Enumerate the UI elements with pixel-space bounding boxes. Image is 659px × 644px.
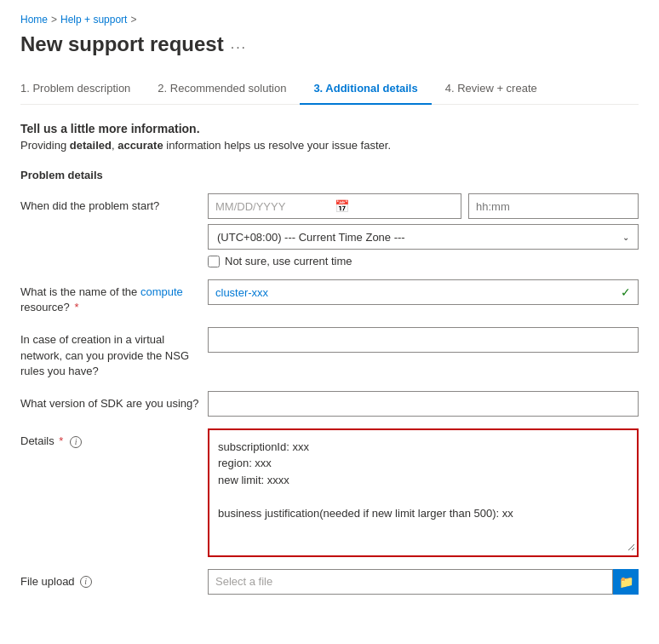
compute-resource-row: What is the name of the compute resource… <box>20 279 639 315</box>
date-time-row: MM/DD/YYYY 📅 <box>208 193 639 219</box>
more-options-button[interactable]: ... <box>231 37 247 52</box>
timezone-value: (UTC+08:00) --- Current Time Zone --- <box>217 231 405 244</box>
breadcrumb: Home > Help + support > <box>20 14 639 26</box>
file-upload-controls: Select a file 📁 <box>208 569 639 595</box>
compute-select[interactable]: cluster-xxx ✓ <box>208 279 639 305</box>
section-subtext: Providing detailed, accurate information… <box>20 139 639 152</box>
nsg-row: In case of creation in a virtual network… <box>20 327 639 379</box>
file-input-box[interactable]: Select a file <box>208 569 613 595</box>
breadcrumb-home[interactable]: Home <box>20 14 48 26</box>
chevron-down-icon: ⌄ <box>622 233 629 242</box>
timezone-select[interactable]: (UTC+08:00) --- Current Time Zone --- ⌄ <box>208 224 639 250</box>
date-placeholder: MM/DD/YYYY <box>215 200 335 213</box>
nsg-label: In case of creation in a virtual network… <box>20 327 208 379</box>
sdk-input[interactable] <box>208 391 639 417</box>
nsg-input[interactable] <box>208 327 639 353</box>
not-sure-row: Not sure, use current time <box>208 255 639 267</box>
sdk-controls <box>208 391 639 417</box>
page-title: New support request <box>20 32 224 56</box>
page-header: New support request ... <box>20 32 639 56</box>
file-placeholder: Select a file <box>215 575 272 588</box>
problem-start-row: When did the problem start? MM/DD/YYYY 📅… <box>20 193 639 267</box>
sdk-label: What version of SDK are you using? <box>20 391 208 411</box>
file-controls: Select a file 📁 <box>208 569 639 595</box>
not-sure-label: Not sure, use current time <box>225 255 352 267</box>
subtext-suffix: information helps us resolve your issue … <box>163 139 391 152</box>
compute-value: cluster-xxx <box>215 286 268 299</box>
breadcrumb-help[interactable]: Help + support <box>60 14 127 26</box>
details-info-icon[interactable]: i <box>70 436 82 448</box>
subtext-bold1: detailed <box>70 139 112 152</box>
details-label-text: Details <box>20 434 54 447</box>
details-label: Details * i <box>20 428 208 449</box>
tab-problem[interactable]: 1. Problem description <box>20 73 144 105</box>
compute-link[interactable]: compute <box>140 285 183 298</box>
tab-recommended[interactable]: 2. Recommended solution <box>144 73 300 105</box>
file-upload-label-text: File upload <box>20 574 75 589</box>
calendar-icon[interactable]: 📅 <box>335 199 454 213</box>
breadcrumb-sep1: > <box>51 14 57 26</box>
folder-icon: 📁 <box>619 575 633 589</box>
subtext-prefix: Providing <box>20 139 70 152</box>
compute-label: What is the name of the compute resource… <box>20 279 208 315</box>
tab-review[interactable]: 4. Review + create <box>432 73 551 105</box>
details-required: * <box>56 434 64 447</box>
problem-start-controls: MM/DD/YYYY 📅 (UTC+08:00) --- Current Tim… <box>208 193 639 267</box>
group-title: Problem details <box>20 169 639 181</box>
date-input[interactable]: MM/DD/YYYY 📅 <box>208 193 461 219</box>
compute-controls: cluster-xxx ✓ <box>208 279 639 305</box>
sdk-row: What version of SDK are you using? <box>20 391 639 417</box>
not-sure-checkbox[interactable] <box>208 256 220 267</box>
problem-start-label: When did the problem start? <box>20 193 208 214</box>
section-heading: Tell us a little more information. <box>20 122 639 135</box>
time-input[interactable] <box>468 193 639 219</box>
nsg-controls <box>208 327 639 353</box>
file-upload-button[interactable]: 📁 <box>613 569 639 595</box>
details-textarea-wrapper: subscriptionId: xxx region: xxx new limi… <box>208 428 639 557</box>
wizard-tabs: 1. Problem description 2. Recommended so… <box>20 73 639 105</box>
file-upload-info-icon[interactable]: i <box>80 576 92 588</box>
file-upload-label: File upload i <box>20 569 208 589</box>
breadcrumb-sep2: > <box>130 14 136 26</box>
details-row: Details * i subscriptionId: xxx region: … <box>20 428 639 557</box>
compute-required: * <box>72 301 79 313</box>
details-controls: subscriptionId: xxx region: xxx new limi… <box>208 428 639 557</box>
check-icon: ✓ <box>621 285 631 299</box>
tab-additional[interactable]: 3. Additional details <box>300 73 431 105</box>
subtext-bold2: accurate <box>117 139 163 152</box>
file-upload-row: File upload i Select a file 📁 <box>20 569 639 595</box>
details-textarea[interactable]: subscriptionId: xxx region: xxx new limi… <box>211 432 635 551</box>
